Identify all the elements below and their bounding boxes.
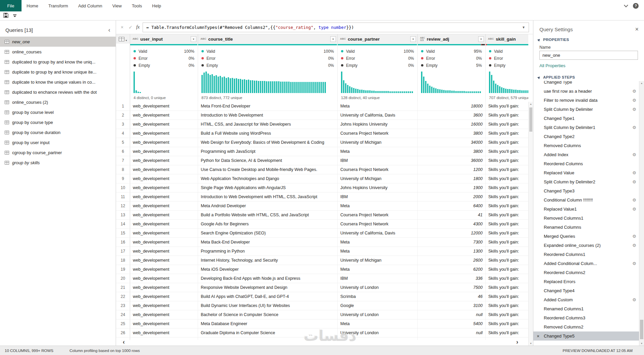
menu-item-tools[interactable]: Tools [127, 0, 147, 11]
cell-review_adj[interactable]: 46 [418, 292, 486, 301]
query-item[interactable]: group by user input [0, 137, 116, 147]
scrollbar-thumb[interactable] [640, 320, 643, 339]
cell-user_input[interactable]: web_developement [130, 220, 198, 229]
cell-course_partner[interactable]: Coursera Project Network [338, 211, 418, 220]
formula-cancel-icon[interactable]: × [119, 25, 125, 30]
cell-course_title[interactable]: Python for Data Science, AI & Developmen… [198, 156, 338, 165]
applied-step[interactable]: Replaced Value⚙ [533, 168, 639, 177]
cell-user_input[interactable]: web_developement [130, 319, 198, 328]
cell-course_partner[interactable]: University of Michigan [338, 138, 418, 147]
applied-step[interactable]: Conditional Column !!!!!!!!⚙ [533, 195, 639, 205]
scroll-up-icon[interactable]: ▲ [529, 103, 533, 105]
cell-user_input[interactable]: web_developement [130, 265, 198, 274]
cell-course_title[interactable]: Bachelor of Science in Computer Science [198, 310, 338, 319]
cell-course_partner[interactable]: Coursera Project Network [338, 129, 418, 138]
step-settings-icon[interactable]: ⚙ [630, 89, 636, 94]
applied-step[interactable]: uae first row as a header⚙ [533, 87, 639, 96]
menu-item-transform[interactable]: Transform [43, 0, 73, 11]
cell-user_input[interactable]: web_developement [130, 156, 198, 165]
cell-course_partner[interactable]: Meta [338, 247, 418, 256]
cell-course_title[interactable]: HTML, CSS, and Javascript for Web Develo… [198, 120, 338, 129]
step-settings-icon[interactable]: ⚙ [630, 170, 636, 175]
step-settings-icon[interactable]: ⚙ [630, 261, 636, 266]
applied-step[interactable]: Changed Type4 [533, 286, 639, 295]
query-item[interactable]: group by course type [0, 117, 116, 127]
cell-skill_gain[interactable]: Skills you'll gain: [486, 192, 528, 202]
applied-step[interactable]: Changed Type1 [533, 114, 639, 123]
cell-user_input[interactable]: web_developement [130, 102, 198, 111]
cell-user_input[interactable]: web_developement [130, 310, 198, 319]
scroll-left-icon[interactable]: ‹ [123, 339, 125, 346]
query-item[interactable]: online_courses [0, 47, 116, 57]
cell-review_adj[interactable]: 3100 [418, 301, 486, 310]
applied-step[interactable]: Changed Type3 [533, 186, 639, 195]
applied-step[interactable]: Changed Type [533, 81, 639, 87]
help-icon[interactable]: ? [633, 3, 639, 9]
applied-step[interactable]: Merged Queries⚙ [533, 232, 639, 241]
step-settings-icon[interactable]: ⚙ [630, 98, 636, 103]
cell-review_adj[interactable]: 7500 [418, 283, 486, 292]
cell-review_adj[interactable]: 36000 [418, 156, 486, 165]
steps-scrollbar[interactable]: ▲ ▼ [639, 81, 644, 346]
cell-user_input[interactable]: web_developement [130, 283, 198, 292]
cell-course_title[interactable]: Single Page Web Applications with Angula… [198, 183, 338, 192]
scroll-down-icon[interactable]: ▼ [639, 342, 644, 345]
scroll-down-icon[interactable]: ▼ [529, 342, 533, 345]
cell-user_input[interactable]: web_developement [130, 138, 198, 147]
applied-step[interactable]: Removed Columns1 [533, 214, 639, 223]
cell-course_title[interactable]: Use Canva to Create Desktop and Mobile-f… [198, 165, 338, 174]
cell-review_adj[interactable]: 41 [418, 211, 486, 220]
cell-user_input[interactable]: web_developement [130, 147, 198, 156]
formula-expand-icon[interactable]: ▼ [519, 26, 525, 29]
applied-step[interactable]: Added Custom⚙ [533, 295, 639, 304]
filter-dropdown-icon[interactable]: ▾ [410, 36, 416, 42]
cell-course_title[interactable]: Responsive Website Development and Desig… [198, 283, 338, 292]
column-header-course_partner[interactable]: ABCcourse_partner▾ [338, 34, 418, 44]
step-settings-icon[interactable]: ⚙ [630, 107, 636, 112]
cell-skill_gain[interactable]: Skills you'll gain: [486, 220, 528, 229]
query-item[interactable]: online_courses (2) [0, 97, 116, 107]
applied-step[interactable]: Reordered Columns2 [533, 268, 639, 277]
properties-section-header[interactable]: PROPERTIES [533, 36, 644, 43]
query-item[interactable]: cgroup by course_partner [0, 147, 116, 158]
applied-step[interactable]: Removed Columns [533, 141, 639, 150]
cell-skill_gain[interactable]: Skills you'll gain: [486, 147, 528, 156]
cell-skill_gain[interactable]: Skills you'll gain: [486, 174, 528, 183]
cell-skill_gain[interactable]: Skills you'll gain: [486, 229, 528, 238]
cell-skill_gain[interactable]: Skills you'll gain: [486, 120, 528, 129]
select-all-cell[interactable]: ▾ [116, 34, 130, 44]
cell-course_partner[interactable]: University of London [338, 328, 418, 338]
cell-course_partner[interactable]: University of California, Davis [338, 229, 418, 238]
cell-course_title[interactable]: Introduction to Web Development [198, 111, 338, 120]
cell-user_input[interactable]: web_developement [130, 192, 198, 202]
menu-item-add-column[interactable]: Add Column [73, 0, 107, 11]
cell-skill_gain[interactable]: Skills you'll gain: [486, 274, 528, 283]
scrollbar-thumb[interactable] [529, 107, 532, 132]
cell-user_input[interactable]: web_developement [130, 256, 198, 265]
query-item[interactable]: duplicated to group by and know the uniq… [0, 57, 116, 67]
cell-review_adj[interactable]: 6400 [418, 202, 486, 211]
filter-dropdown-icon[interactable]: ▾ [191, 36, 196, 42]
formula-check-icon[interactable]: ✓ [128, 25, 133, 30]
cell-course_title[interactable]: Introduction to Web Development with HTM… [198, 192, 338, 202]
cell-skill_gain[interactable]: Skills you'll gain: [486, 238, 528, 247]
cell-skill_gain[interactable]: Skills you'll gain: [486, 138, 528, 147]
queries-collapse-icon[interactable]: ‹ [108, 27, 110, 34]
cell-course_partner[interactable]: University of Michigan [338, 256, 418, 265]
cell-user_input[interactable]: web_developement [130, 183, 198, 192]
cell-course_partner[interactable]: Meta [338, 238, 418, 247]
cell-course_title[interactable]: Meta Back-End Developer [198, 238, 338, 247]
cell-course_title[interactable]: Developing Back-End Apps with Node.js an… [198, 274, 338, 283]
cell-skill_gain[interactable]: Skills you'll gain: [486, 211, 528, 220]
cell-skill_gain[interactable]: Skills you'll gain: [486, 102, 528, 111]
cell-review_adj[interactable]: 4300 [418, 220, 486, 229]
applied-step[interactable]: ×Changed Type5 [533, 331, 639, 341]
cell-review_adj[interactable]: 16000 [418, 120, 486, 129]
applied-step[interactable]: Expanded online_courses (2)⚙ [533, 241, 639, 250]
query-item[interactable]: duplicate to know the unique values in c… [0, 77, 116, 87]
cell-course_partner[interactable]: Meta [338, 202, 418, 211]
applied-step[interactable]: Replaced Errors [533, 277, 639, 286]
cell-course_partner[interactable]: Meta [338, 102, 418, 111]
cell-review_adj[interactable]: 1900 [418, 183, 486, 192]
cell-review_adj[interactable]: 3600 [418, 111, 486, 120]
